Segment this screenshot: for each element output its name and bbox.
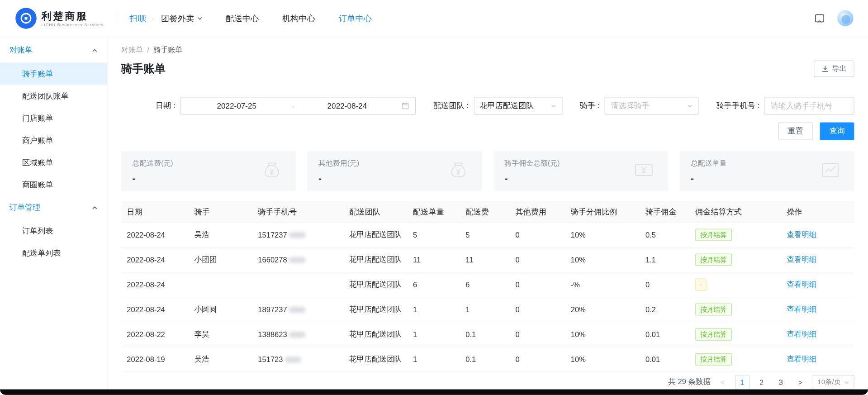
col-date: 日期 (121, 201, 189, 223)
sidebar-item-order-list[interactable]: 订单列表 (0, 220, 107, 242)
table-row: 2022-08-19 吴浩 151723 花甲店配送团队 1 0.1 0 10%… (121, 347, 854, 372)
rider-select[interactable]: 请选择骑手 (605, 97, 699, 114)
date-start[interactable]: 2022-07-25 (187, 101, 286, 110)
chevron-down-icon (550, 104, 556, 108)
nav-item-order-center[interactable]: 订单中心 (339, 13, 372, 24)
export-button[interactable]: 导出 (814, 60, 854, 77)
sidebar-group-statements[interactable]: 对账单 (0, 38, 107, 62)
sidebar: 对账单 骑手账单 配送团队账单 门店账单 商户账单 区域账单 商圈账单 订单管理… (0, 37, 108, 389)
team-select-value: 花甲店配送团队 (480, 101, 534, 111)
chevron-up-icon (92, 206, 97, 210)
stat-card-other-fee: 其他费用(元) - (308, 151, 482, 191)
settle-badge: 按月结算 (695, 254, 732, 266)
pagination-page-3[interactable]: 3 (774, 375, 788, 390)
view-detail-link[interactable]: 查看明细 (787, 280, 816, 288)
pagination-page-1[interactable]: 1 (735, 375, 749, 390)
nav-item-delivery-center[interactable]: 配送中心 (226, 13, 259, 24)
sidebar-item-district-statement[interactable]: 商圈账单 (0, 173, 107, 195)
logo: 利楚商服 LiCHU Businesses Services (15, 8, 104, 29)
sidebar-group-order-management[interactable]: 订单管理 (0, 195, 107, 220)
app-window: 利楚商服 LiCHU Businesses Services 扫呗 · 团餐外卖… (0, 0, 868, 395)
main-content: 对账单 / 骑手账单 骑手账单 导出 日期 : 2022-07-25 (108, 37, 868, 389)
nav-separator-dot: · (152, 14, 155, 23)
stats-cards: 总配送费(元) - 其他费用(元) - (121, 151, 854, 191)
header-divider (116, 12, 116, 24)
settle-badge: 按月结算 (695, 304, 732, 316)
team-select[interactable]: 花甲店配送团队 (474, 97, 562, 114)
col-phone: 骑手手机号 (252, 201, 344, 223)
avatar[interactable] (837, 10, 854, 27)
logo-icon (15, 8, 37, 29)
rider-label: 骑手 : (580, 101, 600, 111)
sidebar-item-merchant-statement[interactable]: 商户账单 (0, 129, 107, 151)
reset-button[interactable]: 重置 (778, 122, 813, 140)
table-header-row: 日期 骑手 骑手手机号 配送团队 配送单量 配送费 其他费用 骑手分佣比例 骑手… (121, 201, 854, 223)
main-nav: 扫呗 · 团餐外卖 配送中心 机构中心 订单中心 (130, 13, 372, 24)
view-detail-link[interactable]: 查看明细 (787, 255, 816, 263)
pagination: 共 29 条数据 < 1 2 3 > 10条/页 (121, 375, 854, 390)
search-button[interactable]: 查询 (820, 122, 854, 140)
view-detail-link[interactable]: 查看明细 (787, 330, 816, 338)
table-row: 2022-08-24 小圆圆 1897237 花甲店配送团队 1 1 0 20%… (121, 297, 854, 322)
col-fee: 配送费 (460, 201, 510, 223)
col-other: 其他费用 (510, 201, 565, 223)
money-bag-icon (449, 161, 468, 182)
sidebar-item-delivery-team-statement[interactable]: 配送团队账单 (0, 85, 107, 107)
banknote-icon (634, 161, 654, 181)
phone-smudge (289, 257, 305, 262)
date-end[interactable]: 2022-08-24 (298, 101, 397, 110)
chart-icon (821, 161, 840, 181)
pagination-next-icon[interactable]: > (793, 375, 807, 390)
nav-item-org-center[interactable]: 机构中心 (282, 13, 315, 24)
chevron-up-icon (92, 48, 97, 52)
settle-badge: 按月结算 (695, 328, 732, 341)
phone-label: 骑手手机号 : (716, 101, 759, 111)
team-label: 配送团队 : (433, 101, 469, 111)
settle-badge: 按月结算 (695, 228, 732, 241)
document-icon[interactable] (814, 13, 825, 24)
nav-item-group-meal[interactable]: 团餐外卖 (161, 13, 203, 24)
date-range-picker[interactable]: 2022-07-25 → 2022-08-24 (180, 97, 416, 114)
sidebar-item-region-statement[interactable]: 区域账单 (0, 151, 107, 173)
top-navbar: 利楚商服 LiCHU Businesses Services 扫呗 · 团餐外卖… (0, 0, 868, 37)
view-detail-link[interactable]: 查看明细 (787, 305, 816, 313)
col-orders: 配送单量 (408, 201, 460, 223)
col-ratio: 骑手分佣比例 (565, 201, 640, 223)
money-bag-icon (262, 161, 281, 182)
filter-bar: 日期 : 2022-07-25 → 2022-08-24 配送团队 : (121, 97, 854, 114)
stat-card-total-commission: 骑手佣金总额(元) - (493, 151, 668, 191)
pagination-prev-icon[interactable]: < (716, 375, 730, 390)
pagination-total: 共 29 条数据 (668, 377, 711, 387)
sidebar-item-store-statement[interactable]: 门店账单 (0, 107, 107, 129)
col-actions: 操作 (781, 201, 854, 223)
view-detail-link[interactable]: 查看明细 (787, 230, 816, 238)
table-row: 2022-08-24 吴浩 1517237 花甲店配送团队 5 5 0 10% … (121, 222, 854, 247)
view-detail-link[interactable]: 查看明细 (787, 355, 816, 363)
chevron-down-icon (844, 380, 849, 384)
rider-select-placeholder: 请选择骑手 (611, 101, 650, 111)
table-row: 2022-08-22 李昊 1388623 花甲店配送团队 1 0.1 0 10… (121, 322, 854, 347)
breadcrumb-parent[interactable]: 对账单 (121, 45, 143, 55)
chevron-down-icon (687, 104, 693, 108)
logo-subtitle: LiCHU Businesses Services (42, 23, 104, 27)
window-bottom-bar (0, 389, 868, 395)
stat-card-total-delivery-fee: 总配送费(元) - (121, 151, 296, 191)
logo-title: 利楚商服 (42, 10, 104, 21)
sidebar-item-rider-statement[interactable]: 骑手账单 (0, 62, 107, 85)
table-row: 2022-08-24 花甲店配送团队 6 6 0 -% 0 - 查看明细 (121, 272, 854, 297)
sidebar-item-delivery-order-list[interactable]: 配送单列表 (0, 242, 107, 264)
rider-phone-input[interactable] (771, 101, 848, 110)
breadcrumb: 对账单 / 骑手账单 (121, 37, 854, 55)
date-range-arrow: → (286, 102, 297, 109)
nav-item-saobei[interactable]: 扫呗 (130, 13, 147, 24)
stat-card-total-orders: 总配送单量 - (680, 151, 854, 191)
pagination-page-2[interactable]: 2 (754, 375, 769, 390)
date-label: 日期 : (156, 101, 175, 111)
settle-badge: 按月结算 (695, 353, 732, 366)
col-rider: 骑手 (189, 201, 252, 223)
download-icon (821, 65, 829, 72)
phone-smudge (289, 332, 305, 338)
page-size-select[interactable]: 10条/页 (812, 375, 854, 390)
col-settle: 佣金结算方式 (690, 201, 781, 223)
settle-badge: - (695, 279, 706, 291)
